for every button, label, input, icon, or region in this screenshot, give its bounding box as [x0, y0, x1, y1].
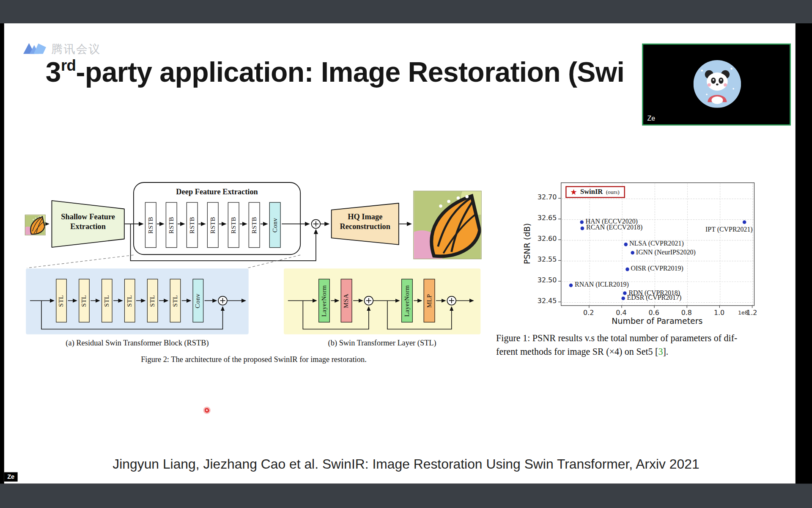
shallow-feature-extraction-label: Shallow Feature Extraction — [54, 212, 122, 232]
conv-block: Conv — [193, 279, 204, 323]
chart-legend: ★ SwinIR (ours) — [565, 186, 625, 198]
gridline-vertical — [752, 183, 753, 305]
figure1-caption: Figure 1: PSNR results v.s the total num… — [496, 332, 796, 359]
y-tick-label: 32.50 — [528, 276, 557, 284]
x-tickmark — [654, 305, 654, 308]
stl-block: STL — [170, 279, 181, 323]
figure1: PSNR (dB) ★ SwinIR (ours) HAN (ECCV2020)… — [496, 179, 796, 365]
y-tickmark — [558, 198, 561, 198]
y-tick-label: 32.55 — [528, 256, 557, 263]
rstb-block: RSTB — [207, 202, 219, 248]
gridline-horizontal — [561, 261, 754, 261]
stl-block: STL — [124, 279, 135, 323]
x-tickmark — [621, 305, 622, 308]
rstb-block: RSTB — [228, 202, 239, 248]
x-tickmark — [752, 305, 752, 308]
conv-label: Conv — [271, 218, 279, 232]
layernorm-block: LayerNorm — [318, 279, 330, 323]
x-tick-label: 1.0 — [706, 309, 732, 317]
gridline-horizontal — [561, 302, 754, 303]
layernorm-block: LayerNorm — [401, 279, 413, 323]
data-point — [625, 267, 629, 271]
x-axis-label: Number of Parameters — [561, 317, 754, 326]
x-tick-label: 0.4 — [608, 309, 634, 317]
x-tickmark — [719, 305, 720, 308]
data-point — [580, 220, 584, 224]
hq-output-image — [413, 191, 482, 260]
x-tick-label: 0.6 — [641, 309, 667, 317]
corner-name-badge: Ze — [4, 472, 18, 482]
laser-pointer-dot — [203, 406, 211, 414]
mlp-block: MLP — [424, 279, 435, 323]
figure2a-caption: (a) Residual Swin Transformer Block (RST… — [26, 339, 249, 348]
gridline-vertical — [687, 183, 688, 305]
data-point — [569, 284, 573, 287]
legend-sublabel: (ours) — [606, 189, 620, 195]
stl-label: STL — [80, 295, 88, 306]
paper-citation: Jingyun Liang, Jiezhang Cao et al. SwinI… — [0, 456, 812, 472]
y-tickmark — [558, 281, 561, 282]
watermark-text: 腾讯会议 — [51, 41, 101, 57]
point-label: RNAN (ICLR2019) — [575, 281, 629, 289]
rstb-label: RSTB — [250, 217, 258, 234]
x-tick-label: 0.2 — [576, 309, 601, 317]
point-label: RCAN (ECCV2018) — [586, 224, 642, 232]
caption-line2-end: ]. — [663, 346, 668, 356]
mlp-label: MLP — [425, 294, 433, 308]
layernorm-label: LayerNorm — [320, 285, 328, 317]
y-tickmark — [558, 302, 561, 302]
figure1-plot: ★ SwinIR (ours) HAN (ECCV2020)RCAN (ECCV… — [561, 182, 754, 306]
layernorm-label: LayerNorm — [403, 285, 411, 317]
tencent-meeting-watermark: 腾讯会议 — [23, 41, 101, 57]
point-label: EDSR (CVPR2017) — [627, 293, 682, 302]
caption-line2: ferent methods for image SR (×4) on Set5… — [496, 346, 658, 356]
participant-name-label: Ze — [647, 115, 656, 122]
y-tick-label: 32.70 — [528, 193, 557, 201]
x-tick-label: 0.8 — [674, 309, 700, 317]
data-point — [622, 296, 625, 300]
data-point — [581, 226, 584, 230]
figure2-caption: Figure 2: The architecture of the propos… — [72, 355, 435, 364]
rstb-block: RSTB — [249, 202, 260, 248]
title-suffix: -party application: Image Restoration (S… — [76, 56, 624, 87]
tencent-meeting-logo-icon — [23, 41, 47, 57]
y-tickmark — [558, 240, 561, 240]
window-bottom-bar — [0, 483, 812, 508]
data-point — [624, 242, 628, 246]
x-tickmark — [686, 305, 687, 308]
point-label: IGNN (NeurIPS2020) — [636, 248, 696, 257]
rstb-label: RSTB — [188, 217, 196, 234]
butterfly-image — [25, 215, 45, 235]
rstb-block: RSTB — [145, 202, 156, 248]
title-prefix: 3 — [46, 56, 61, 87]
y-tickmark — [558, 260, 561, 261]
stl-block: STL — [147, 279, 158, 323]
stl-label: STL — [58, 295, 65, 306]
stl-label: STL — [171, 295, 179, 306]
y-tick-label: 32.60 — [528, 235, 557, 243]
stl-label: STL — [126, 295, 134, 306]
rstb-block: RSTB — [187, 202, 198, 248]
stl-panel — [284, 268, 480, 334]
stl-block: STL — [79, 279, 90, 323]
star-icon: ★ — [570, 188, 577, 196]
title-superscript: rd — [61, 56, 76, 73]
slide-title: 3rd-party application: Image Restoration… — [46, 56, 625, 88]
deep-feature-extraction-label: Deep Feature Extraction — [144, 187, 290, 197]
data-point — [623, 291, 627, 295]
panda-avatar — [694, 60, 741, 108]
participant-video-thumbnail[interactable]: Ze — [642, 44, 790, 125]
screen-share-stage: 腾讯会议 3rd-party application: Image Restor… — [0, 0, 812, 508]
caption-line1: Figure 1: PSNR results v.s the total num… — [496, 333, 737, 343]
citation-ref: 3 — [658, 346, 663, 356]
stl-block: STL — [102, 279, 112, 323]
hq-reconstruction-label: HQ Image Reconstruction — [332, 212, 398, 232]
lq-input-image — [25, 215, 46, 235]
stl-label: STL — [148, 295, 156, 306]
figure2: Shallow Feature Extraction Deep Feature … — [21, 179, 487, 368]
rstb-label: RSTB — [230, 217, 237, 234]
data-point — [631, 251, 634, 255]
gridline-horizontal — [561, 199, 754, 199]
x-tickmark — [589, 305, 589, 308]
y-tick-label: 32.45 — [528, 297, 557, 305]
